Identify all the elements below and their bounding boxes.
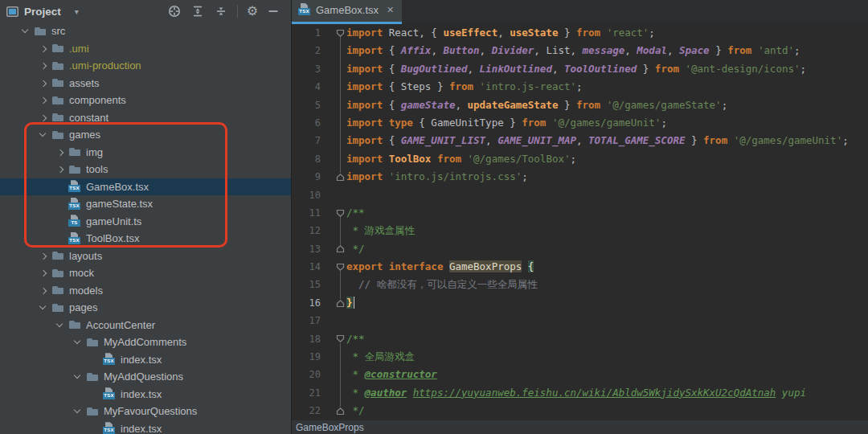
fold-start-icon[interactable]	[336, 209, 345, 218]
settings-gear-icon[interactable]: ⚙	[247, 5, 258, 18]
chevron-expanded-icon[interactable]	[35, 126, 51, 144]
code-line-19[interactable]: 19 * 全局游戏盒	[292, 348, 868, 366]
code-line-2[interactable]: 2import { Affix, Button, Divider, List, …	[292, 42, 868, 59]
editor-tab-gamebox[interactable]: TSX GameBox.tsx ✕	[292, 0, 402, 24]
line-number[interactable]: 3	[292, 60, 321, 78]
tree-row-assets[interactable]: assets	[0, 75, 291, 92]
chevron-collapsed-icon[interactable]	[35, 282, 51, 300]
line-number[interactable]: 19	[292, 348, 321, 366]
chevron-expanded-icon[interactable]	[70, 334, 86, 351]
tree-row-gamebox-tsx[interactable]: TSXGameBox.tsx	[0, 178, 291, 196]
fold-start-icon[interactable]	[336, 29, 345, 38]
code-line-7[interactable]: 7import { GAME_UNIT_LIST, GAME_UNIT_MAP,…	[292, 132, 868, 149]
chevron-expanded-icon[interactable]	[35, 299, 51, 317]
code-line-16[interactable]: 16}	[292, 294, 868, 312]
chevron-collapsed-icon[interactable]	[35, 92, 51, 109]
code-line-18[interactable]: 18/**	[292, 330, 868, 348]
line-number[interactable]: 5	[292, 96, 321, 114]
chevron-collapsed-icon[interactable]	[35, 264, 51, 282]
code-line-5[interactable]: 5import { gameState, updateGameState } f…	[292, 96, 868, 114]
tree-row-constant[interactable]: constant	[0, 109, 291, 127]
expand-all-icon[interactable]	[190, 4, 205, 18]
code-line-17[interactable]: 17	[292, 312, 868, 330]
code-line-3[interactable]: 3import { BugOutlined, LinkOutlined, Too…	[292, 60, 868, 78]
code-line-21[interactable]: 21 * @author https://yuyuanweb.feishu.cn…	[292, 384, 868, 402]
code-line-11[interactable]: 11/**	[292, 204, 868, 222]
line-number[interactable]: 22	[292, 402, 321, 420]
tree-row-layouts[interactable]: layouts	[0, 248, 291, 265]
tree-row-gameunit-ts[interactable]: TSgameUnit.ts	[0, 213, 291, 231]
hide-panel-icon[interactable]	[267, 5, 280, 18]
line-number[interactable]: 16	[292, 294, 321, 312]
tree-row--umi[interactable]: .umi	[0, 40, 291, 58]
tree-row-src[interactable]: src	[0, 23, 291, 40]
tree-row-components[interactable]: components	[0, 92, 291, 109]
line-number[interactable]: 2	[292, 42, 321, 59]
line-number[interactable]: 4	[292, 78, 321, 96]
chevron-expanded-icon[interactable]	[70, 368, 86, 386]
tree-row-gamestate-tsx[interactable]: TSXgameState.tsx	[0, 195, 291, 213]
line-number[interactable]: 13	[292, 240, 321, 258]
fold-end-icon[interactable]	[336, 407, 345, 416]
line-number[interactable]: 9	[292, 168, 321, 186]
tree-row-myaddcomments[interactable]: MyAddComments	[0, 334, 291, 351]
line-number[interactable]: 17	[292, 312, 321, 330]
collapse-all-icon[interactable]	[214, 4, 228, 18]
code-editor[interactable]: 1import React, { useEffect, useState } f…	[292, 24, 868, 420]
tree-row-mock[interactable]: mock	[0, 264, 291, 282]
tree-row-models[interactable]: models	[0, 282, 291, 300]
fold-end-icon[interactable]	[336, 173, 345, 182]
chevron-collapsed-icon[interactable]	[35, 40, 51, 58]
chevron-collapsed-icon[interactable]	[35, 248, 51, 265]
line-number[interactable]: 18	[292, 330, 321, 348]
tree-row-pages[interactable]: pages	[0, 299, 291, 317]
line-number[interactable]: 14	[292, 258, 321, 276]
project-view-selector[interactable]: Project ▾	[6, 6, 79, 18]
locate-file-icon[interactable]	[167, 4, 182, 18]
tree-row-index-tsx[interactable]: TSXindex.tsx	[0, 351, 291, 369]
code-line-20[interactable]: 20 * @constructor	[292, 366, 868, 383]
code-line-4[interactable]: 4import { Steps } from 'intro.js-react';	[292, 78, 868, 96]
tree-row-index-tsx[interactable]: TSXindex.tsx	[0, 420, 291, 434]
code-line-15[interactable]: 15 // 啥都没有，可以自定义一些全局属性	[292, 276, 868, 293]
code-line-8[interactable]: 8import ToolBox from '@/games/ToolBox';	[292, 150, 868, 168]
line-number[interactable]: 6	[292, 114, 321, 132]
tree-row-myfavourquestions[interactable]: MyFavourQuestions	[0, 403, 291, 420]
code-line-6[interactable]: 6import type { GameUnitType } from '@/ga…	[292, 114, 868, 132]
line-number[interactable]: 20	[292, 366, 321, 383]
line-number[interactable]: 1	[292, 24, 321, 42]
tree-row-myaddquestions[interactable]: MyAddQuestions	[0, 368, 291, 386]
fold-end-icon[interactable]	[336, 244, 345, 253]
fold-start-icon[interactable]	[336, 334, 345, 343]
chevron-collapsed-icon[interactable]	[35, 57, 51, 75]
code-line-14[interactable]: 14export interface GameBoxProps {	[292, 258, 868, 276]
fold-start-icon[interactable]	[336, 263, 345, 272]
line-number[interactable]: 12	[292, 222, 321, 240]
code-line-13[interactable]: 13 */	[292, 240, 868, 258]
line-number[interactable]: 21	[292, 384, 321, 402]
tree-row-accountcenter[interactable]: AccountCenter	[0, 317, 291, 334]
chevron-collapsed-icon[interactable]	[35, 109, 51, 127]
code-line-12[interactable]: 12 * 游戏盒属性	[292, 222, 868, 240]
chevron-collapsed-icon[interactable]	[52, 161, 68, 178]
tree-row-tools[interactable]: tools	[0, 161, 291, 178]
tree-row-games[interactable]: games	[0, 126, 291, 144]
chevron-expanded-icon[interactable]	[18, 23, 34, 40]
line-number[interactable]: 8	[292, 150, 321, 168]
line-number[interactable]: 10	[292, 186, 321, 204]
tree-row-index-tsx[interactable]: TSXindex.tsx	[0, 386, 291, 403]
code-line-10[interactable]: 10	[292, 186, 868, 204]
breadcrumb-item[interactable]: GameBoxProps	[296, 422, 364, 433]
fold-end-icon[interactable]	[336, 299, 345, 308]
close-tab-icon[interactable]: ✕	[387, 5, 394, 15]
line-number[interactable]: 11	[292, 204, 321, 222]
line-number[interactable]: 15	[292, 276, 321, 293]
code-line-9[interactable]: 9import 'intro.js/introjs.css';	[292, 168, 868, 186]
chevron-collapsed-icon[interactable]	[52, 144, 68, 162]
chevron-expanded-icon[interactable]	[70, 403, 86, 420]
chevron-expanded-icon[interactable]	[52, 317, 68, 334]
tree-row-img[interactable]: img	[0, 144, 291, 162]
line-number[interactable]: 7	[292, 132, 321, 149]
code-line-22[interactable]: 22 */	[292, 402, 868, 420]
code-line-1[interactable]: 1import React, { useEffect, useState } f…	[292, 24, 868, 42]
